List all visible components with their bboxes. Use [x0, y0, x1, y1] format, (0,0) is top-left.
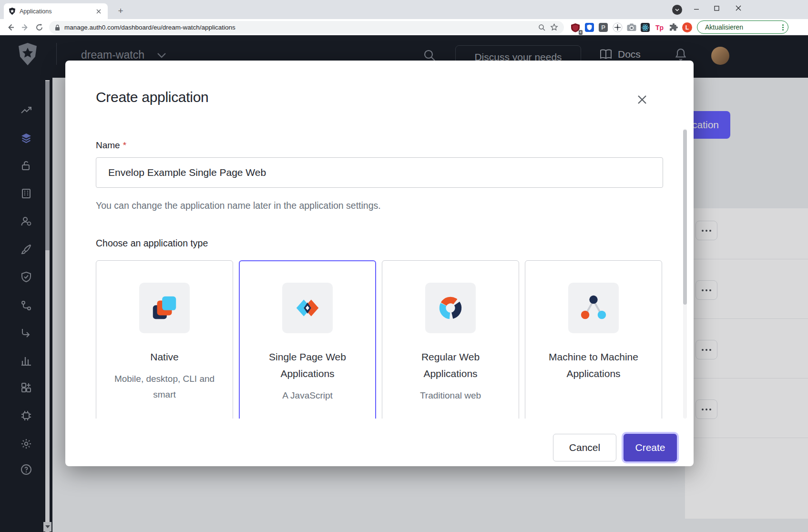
reload-button[interactable] [33, 21, 45, 33]
app-type-card-spa[interactable]: Single Page Web Applications A JavaScrip… [239, 260, 376, 419]
address-bar[interactable]: manage.auth0.com/dashboard/eu/dream-watc… [49, 21, 564, 34]
native-icon-tile [139, 283, 190, 333]
ublock-badge: 4 [579, 30, 583, 35]
p-extension-icon[interactable]: P [597, 21, 609, 33]
m2m-app-icon [579, 293, 608, 323]
app-type-card-native[interactable]: Native Mobile, desktop, CLI and smart [96, 260, 233, 419]
app-type-card-m2m[interactable]: Machine to Machine Applications [525, 260, 662, 419]
extensions-puzzle-icon[interactable] [667, 21, 679, 33]
card-description: Mobile, desktop, CLI and smart [110, 371, 219, 402]
forward-button[interactable] [19, 21, 31, 33]
card-description: Traditional web [396, 388, 505, 403]
window-close-button[interactable] [728, 0, 749, 16]
spa-icon-tile [282, 283, 333, 333]
tp-extension-label: Tp [655, 24, 664, 31]
m2m-icon-tile [568, 283, 619, 333]
tab-search-button[interactable] [672, 5, 682, 15]
modal-body: Name* You can change the application nam… [65, 129, 694, 419]
card-title: Regular Web Applications [405, 348, 496, 382]
back-button[interactable] [5, 21, 17, 33]
browser-update-button[interactable]: Aktualisieren [697, 20, 788, 34]
bookmark-star-icon[interactable] [550, 23, 558, 31]
camera-extension-icon[interactable] [625, 21, 637, 33]
screen: Applications + manage.auth0.com/dashboar… [0, 0, 808, 532]
p-extension-label: P [601, 24, 605, 31]
tp-extension-icon[interactable]: Tp [654, 21, 665, 33]
profile-initial: L [685, 24, 689, 31]
window-minimize-button[interactable] [686, 0, 707, 16]
card-description: A JavaScript [253, 388, 362, 403]
zoom-icon[interactable] [538, 24, 546, 31]
url-text: manage.auth0.com/dashboard/eu/dream-watc… [64, 24, 534, 31]
ublock-extension-icon[interactable]: 4 [569, 21, 581, 33]
native-app-icon [150, 293, 179, 323]
required-mark: * [123, 140, 126, 150]
card-title: Machine to Machine Applications [548, 348, 639, 382]
application-name-input[interactable] [96, 157, 663, 188]
auth0-favicon [9, 8, 16, 15]
card-title: Single Page Web Applications [262, 348, 353, 382]
window-maximize-button[interactable] [706, 0, 727, 16]
bitwarden-extension-icon[interactable] [583, 21, 595, 33]
tab-title: Applications [20, 8, 91, 15]
app-type-card-regular-web[interactable]: Regular Web Applications Traditional web [382, 260, 519, 419]
browser-profile-avatar[interactable]: L [681, 21, 693, 33]
card-title: Native [119, 348, 210, 365]
browser-menu-kebab-icon[interactable] [782, 24, 784, 31]
new-tab-button[interactable]: + [114, 5, 127, 17]
tab-close-icon[interactable] [94, 7, 103, 16]
move-extension-icon[interactable] [612, 21, 624, 33]
regular-web-app-icon [436, 293, 465, 323]
close-icon [637, 94, 647, 105]
cancel-button[interactable]: Cancel [553, 434, 616, 461]
modal-title: Create application [96, 89, 208, 105]
create-button[interactable]: Create [624, 434, 677, 461]
application-type-heading: Choose an application type [96, 238, 663, 249]
name-help-text: You can change the application name late… [96, 200, 663, 211]
cancel-button-label: Cancel [569, 442, 600, 453]
create-application-modal: Create application Name* You can change … [65, 61, 694, 466]
update-button-label: Aktualisieren [705, 23, 743, 31]
react-devtools-extension-icon[interactable] [639, 21, 651, 33]
regular-web-icon-tile [425, 283, 476, 333]
application-type-cards: Native Mobile, desktop, CLI and smart Si… [96, 260, 663, 419]
create-button-label: Create [635, 442, 665, 453]
name-label: Name* [96, 140, 663, 151]
browser-tab[interactable]: Applications [4, 3, 108, 19]
lock-icon [55, 24, 60, 31]
spa-app-icon [293, 293, 322, 323]
modal-scrollbar-thumb[interactable] [683, 130, 687, 305]
modal-close-button[interactable] [633, 90, 652, 109]
